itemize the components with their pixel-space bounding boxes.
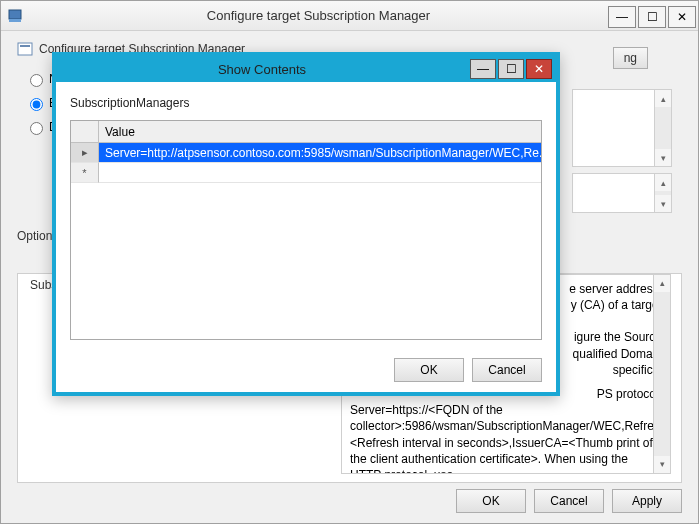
maximize-icon: ☐ <box>506 62 517 76</box>
show-contents-dialog: Show Contents — ☐ ✕ SubscriptionManagers… <box>52 52 560 396</box>
parent-title: Configure target Subscription Manager <box>29 8 608 23</box>
parent-titlebar: Configure target Subscription Manager — … <box>1 1 698 31</box>
scroll-track[interactable] <box>654 292 670 456</box>
scroll-up-icon[interactable]: ▴ <box>654 275 670 292</box>
truncated-button[interactable]: ng <box>613 47 648 69</box>
svg-rect-2 <box>18 43 32 55</box>
close-icon: ✕ <box>677 10 687 24</box>
row-indicator-new: * <box>71 163 99 183</box>
scrollbar[interactable]: ▴ ▾ <box>654 90 671 166</box>
radio-enabled-input[interactable] <box>30 98 43 111</box>
scroll-down-icon[interactable]: ▾ <box>655 149 671 166</box>
dialog-ok-button[interactable]: OK <box>394 358 464 382</box>
grid-cell-value[interactable]: Server=http://atpsensor.contoso.com:5985… <box>99 143 541 163</box>
svg-rect-1 <box>9 19 21 22</box>
dialog-title: Show Contents <box>56 62 468 77</box>
svg-rect-0 <box>9 10 21 19</box>
grid-column-value[interactable]: Value <box>99 121 541 143</box>
scroll-down-icon[interactable]: ▾ <box>654 456 670 473</box>
dialog-titlebar: Show Contents — ☐ ✕ <box>56 56 556 82</box>
dialog-minimize-button[interactable]: — <box>470 59 496 79</box>
scroll-track[interactable] <box>655 107 671 149</box>
parent-footer: OK Cancel Apply <box>1 489 698 513</box>
grid-label: SubscriptionManagers <box>70 96 542 110</box>
grid-row-new[interactable]: * <box>71 163 541 183</box>
minimize-icon: — <box>477 62 489 76</box>
minimize-icon: — <box>616 10 628 24</box>
radio-not-configured-input[interactable] <box>30 74 43 87</box>
scroll-up-icon[interactable]: ▴ <box>655 90 671 107</box>
supported-on-box: ▴ ▾ <box>572 89 672 167</box>
cancel-button[interactable]: Cancel <box>534 489 604 513</box>
parent-window-controls: — ☐ ✕ <box>608 4 698 28</box>
dialog-body: SubscriptionManagers Value ▸ Server=http… <box>70 96 542 348</box>
grid-row[interactable]: ▸ Server=http://atpsensor.contoso.com:59… <box>71 143 541 163</box>
help-line: Server=https://<FQDN of the collector>:5… <box>350 402 662 474</box>
scrollbar[interactable]: ▴ ▾ <box>654 174 671 212</box>
ok-button[interactable]: OK <box>456 489 526 513</box>
dialog-close-button[interactable]: ✕ <box>526 59 552 79</box>
grid-header: Value <box>71 121 541 143</box>
radio-disabled-input[interactable] <box>30 122 43 135</box>
scroll-up-icon[interactable]: ▴ <box>655 174 671 191</box>
close-icon: ✕ <box>534 62 544 76</box>
row-indicator-current: ▸ <box>71 143 99 163</box>
apply-button[interactable]: Apply <box>612 489 682 513</box>
dialog-window-controls: — ☐ ✕ <box>468 59 556 79</box>
dialog-footer: OK Cancel <box>386 358 542 382</box>
grid-corner <box>71 121 99 143</box>
close-button[interactable]: ✕ <box>668 6 696 28</box>
dialog-maximize-button[interactable]: ☐ <box>498 59 524 79</box>
svg-rect-3 <box>20 45 30 47</box>
scroll-down-icon[interactable]: ▾ <box>655 195 671 212</box>
minimize-button[interactable]: — <box>608 6 636 28</box>
dialog-cancel-button[interactable]: Cancel <box>472 358 542 382</box>
scrollbar[interactable]: ▴ ▾ <box>653 275 670 473</box>
subscription-managers-grid[interactable]: Value ▸ Server=http://atpsensor.contoso.… <box>70 120 542 340</box>
maximize-button[interactable]: ☐ <box>638 6 666 28</box>
app-icon <box>7 8 23 24</box>
policy-icon <box>17 41 33 57</box>
grid-cell-empty[interactable] <box>99 163 541 183</box>
comment-box: ▴ ▾ <box>572 173 672 213</box>
maximize-icon: ☐ <box>647 10 658 24</box>
